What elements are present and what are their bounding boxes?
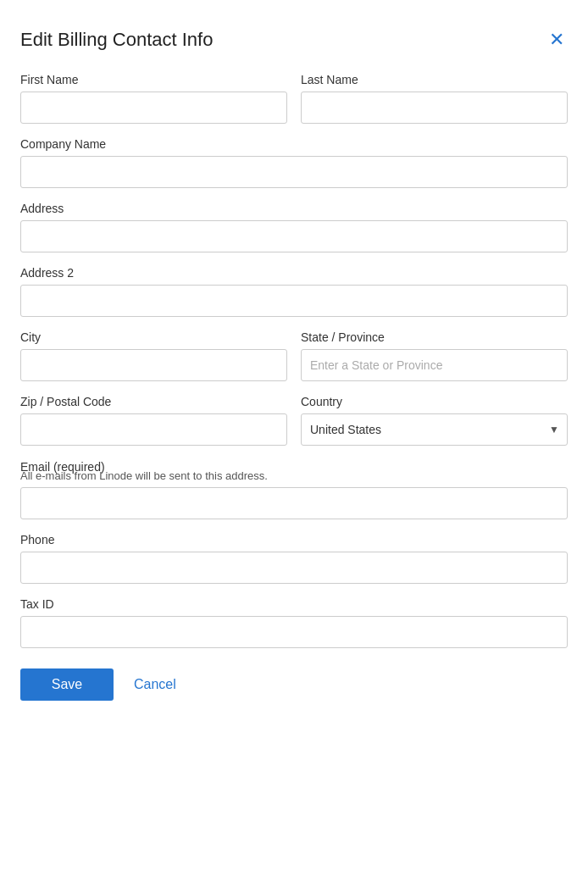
company-name-label: Company Name — [20, 137, 568, 151]
email-note: All e-mails from Linode will be sent to … — [20, 469, 568, 482]
phone-label: Phone — [20, 533, 568, 546]
phone-input[interactable] — [20, 552, 568, 584]
company-name-input[interactable] — [20, 156, 568, 188]
address2-label: Address 2 — [20, 266, 568, 280]
close-icon: ✕ — [549, 31, 564, 49]
state-input[interactable] — [301, 349, 568, 381]
address-input[interactable] — [20, 220, 568, 252]
dialog-header: Edit Billing Contact Info ✕ — [20, 27, 568, 53]
save-button[interactable]: Save — [20, 668, 114, 701]
country-select[interactable]: United StatesCanadaUnited KingdomAustral… — [301, 413, 568, 446]
city-label: City — [20, 330, 287, 344]
tax-id-group: Tax ID — [20, 597, 568, 648]
city-input[interactable] — [20, 349, 287, 381]
email-input[interactable] — [20, 487, 568, 519]
country-label: Country — [301, 395, 568, 408]
last-name-group: Last Name — [301, 73, 568, 124]
zip-label: Zip / Postal Code — [20, 395, 287, 408]
state-label: State / Province — [301, 330, 568, 344]
close-button[interactable]: ✕ — [546, 27, 568, 53]
first-name-group: First Name — [20, 73, 287, 124]
cancel-button[interactable]: Cancel — [134, 668, 176, 701]
first-name-label: First Name — [20, 73, 287, 86]
country-select-wrapper: United StatesCanadaUnited KingdomAustral… — [301, 413, 568, 446]
billing-form: First Name Last Name Company Name Addres… — [20, 73, 568, 701]
city-group: City — [20, 330, 287, 381]
state-group: State / Province — [301, 330, 568, 381]
company-name-group: Company Name — [20, 137, 568, 188]
form-actions: Save Cancel — [20, 668, 568, 701]
last-name-label: Last Name — [301, 73, 568, 86]
tax-id-input[interactable] — [20, 616, 568, 648]
last-name-input[interactable] — [301, 92, 568, 124]
name-row: First Name Last Name — [20, 73, 568, 124]
tax-id-label: Tax ID — [20, 597, 568, 611]
address2-group: Address 2 — [20, 266, 568, 317]
zip-group: Zip / Postal Code — [20, 395, 287, 446]
address2-input[interactable] — [20, 285, 568, 317]
email-group: Email (required) All e-mails from Linode… — [20, 459, 568, 519]
dialog-title: Edit Billing Contact Info — [20, 29, 213, 51]
first-name-input[interactable] — [20, 92, 287, 124]
zip-input[interactable] — [20, 413, 287, 446]
country-group: Country United StatesCanadaUnited Kingdo… — [301, 395, 568, 446]
edit-billing-dialog: Edit Billing Contact Info ✕ First Name L… — [20, 20, 568, 707]
phone-group: Phone — [20, 533, 568, 584]
zip-country-row: Zip / Postal Code Country United StatesC… — [20, 395, 568, 446]
address-label: Address — [20, 202, 568, 215]
address-group: Address — [20, 202, 568, 252]
city-state-row: City State / Province — [20, 330, 568, 381]
